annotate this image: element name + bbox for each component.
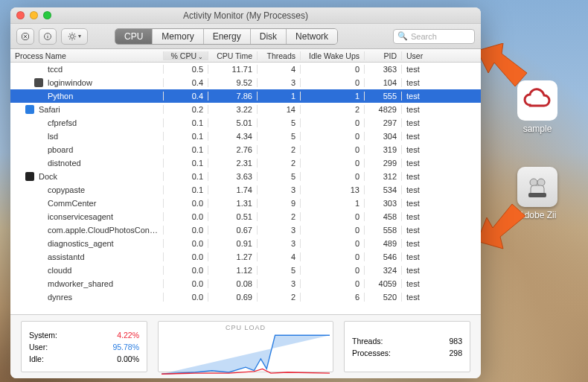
cell-threads: 2 (258, 159, 301, 168)
cell-user: test (402, 145, 481, 154)
cell-threads: 1 (258, 92, 301, 101)
cell-pid: 319 (365, 145, 402, 154)
cell-user: test (402, 185, 481, 194)
process-icon (34, 132, 43, 141)
toolbar: ▾ CPU Memory Energy Disk Network 🔍 Searc… (10, 24, 481, 49)
cell-pid: 4059 (365, 279, 402, 288)
table-row[interactable]: mdworker_shared0.00.08304059test (10, 277, 481, 290)
table-row[interactable]: cfprefsd0.15.0150297test (10, 116, 481, 130)
cell-time: 9.52 (208, 78, 258, 87)
process-icon (34, 226, 43, 235)
table-row[interactable]: diagnostics_agent0.00.9130489test (10, 237, 481, 250)
cell-time: 7.86 (208, 92, 258, 101)
summary-bar: System:4.22% User:95.78% Idle:0.00% CPU … (10, 314, 481, 378)
table-row[interactable]: dynres0.00.6926520test (10, 290, 481, 304)
cell-cpu: 0.2 (164, 105, 208, 114)
cell-user: test (402, 226, 481, 235)
col-user[interactable]: User (402, 51, 481, 60)
process-icon (34, 159, 43, 168)
idle-label: Idle: (29, 353, 44, 365)
cell-cpu: 0.1 (164, 172, 208, 181)
cell-idle: 0 (301, 159, 365, 168)
svg-line-18 (74, 38, 75, 39)
table-row[interactable]: tccd0.511.7140363test (10, 63, 481, 76)
process-icon (34, 185, 43, 194)
table-header: Process Name % CPU⌄ CPU Time Threads Idl… (10, 49, 481, 63)
cell-pid: 297 (365, 118, 402, 127)
threads-label: Threads: (352, 335, 383, 347)
cell-time: 0.67 (208, 226, 258, 235)
process-icon (34, 118, 43, 127)
titlebar[interactable]: Activity Monitor (My Processes) (10, 7, 481, 24)
table-row[interactable]: Dock0.13.6350312test (10, 170, 481, 183)
col-idle-wakeups[interactable]: Idle Wake Ups (301, 51, 365, 60)
tab-energy[interactable]: Energy (204, 29, 251, 44)
process-name: pboard (48, 145, 159, 154)
table-row[interactable]: CommCenter0.01.3191303test (10, 197, 481, 210)
user-label: User: (29, 341, 48, 353)
cell-time: 1.74 (208, 185, 258, 194)
table-row[interactable]: assistantd0.01.2740546test (10, 250, 481, 264)
cell-user: test (402, 92, 481, 101)
tab-network[interactable]: Network (287, 29, 337, 44)
table-row[interactable]: lsd0.14.3450304test (10, 130, 481, 143)
table-row[interactable]: copypaste0.11.74313534test (10, 183, 481, 197)
tab-disk[interactable]: Disk (251, 29, 287, 44)
cell-cpu: 0.5 (164, 65, 208, 74)
desktop-icon-sample[interactable]: sample (514, 80, 561, 134)
minimize-button[interactable] (30, 11, 38, 19)
stop-process-button[interactable] (16, 28, 34, 45)
col-threads[interactable]: Threads (258, 51, 301, 60)
chevron-down-icon: ▾ (78, 33, 81, 39)
cell-cpu: 0.4 (164, 78, 208, 87)
col-cpu-time[interactable]: CPU Time (208, 51, 258, 60)
cell-idle: 0 (301, 252, 365, 261)
process-icon (34, 279, 43, 288)
cell-user: test (402, 239, 481, 248)
process-icon (34, 266, 43, 275)
cell-time: 5.01 (208, 118, 258, 127)
search-icon: 🔍 (397, 31, 408, 41)
cell-time: 0.91 (208, 239, 258, 248)
tab-cpu[interactable]: CPU (115, 29, 153, 44)
cell-idle: 0 (301, 279, 365, 288)
cell-idle: 0 (301, 266, 365, 275)
options-menu-button[interactable]: ▾ (61, 28, 88, 45)
cell-time: 0.69 (208, 293, 258, 302)
svg-line-19 (69, 38, 70, 39)
cell-user: test (402, 279, 481, 288)
col-pid[interactable]: PID (365, 51, 402, 60)
cell-threads: 4 (258, 65, 301, 74)
cell-threads: 14 (258, 105, 301, 114)
table-row[interactable]: iconservicesagent0.00.5120458test (10, 210, 481, 223)
process-icon (25, 172, 34, 181)
table-row[interactable]: cloudd0.01.1250324test (10, 264, 481, 277)
process-icon (34, 78, 43, 87)
table-row[interactable]: com.apple.CloudPhotosConfi...0.00.673055… (10, 223, 481, 237)
table-row[interactable]: distnoted0.12.3120299test (10, 156, 481, 170)
zoom-button[interactable] (43, 11, 51, 19)
cell-threads: 3 (258, 78, 301, 87)
close-button[interactable] (16, 11, 25, 19)
cell-threads: 3 (258, 226, 301, 235)
svg-line-17 (69, 34, 70, 34)
tab-memory[interactable]: Memory (153, 29, 203, 44)
table-row[interactable]: Safari0.23.221424829test (10, 103, 481, 116)
table-row[interactable]: pboard0.12.7620319test (10, 143, 481, 156)
col-process-name[interactable]: Process Name (10, 51, 164, 60)
cell-idle: 2 (301, 105, 365, 114)
search-field[interactable]: 🔍 Search (393, 29, 475, 44)
col-cpu[interactable]: % CPU⌄ (164, 51, 208, 60)
cell-pid: 520 (365, 293, 402, 302)
process-table[interactable]: tccd0.511.7140363testloginwindow0.49.523… (10, 63, 481, 314)
cell-pid: 546 (365, 252, 402, 261)
table-row[interactable]: Python0.47.8611555test (10, 89, 481, 103)
desktop-icon-adobe-zii[interactable]: Adobe Zii (514, 167, 561, 220)
traffic-lights (16, 11, 51, 19)
cpu-load-graph-panel: CPU LOAD (158, 321, 333, 372)
table-row[interactable]: loginwindow0.49.5230104test (10, 76, 481, 89)
inspect-process-button[interactable] (39, 28, 57, 45)
cell-pid: 4829 (365, 105, 402, 114)
automator-icon (517, 167, 557, 207)
cell-pid: 304 (365, 132, 402, 141)
